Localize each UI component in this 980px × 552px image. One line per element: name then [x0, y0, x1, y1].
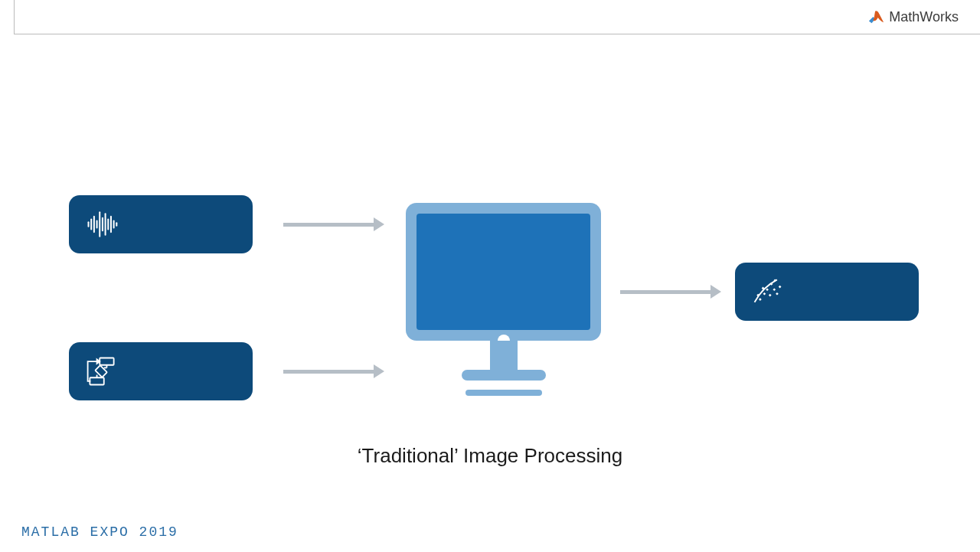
svg-rect-12 [90, 377, 103, 384]
scatter-plot-icon [749, 273, 787, 311]
arrow-algorithm-to-computer [283, 370, 375, 374]
monitor-base-shadow [466, 390, 542, 396]
monitor-frame [406, 203, 601, 341]
input-box-signal [69, 195, 253, 253]
brand-name: MathWorks [889, 9, 959, 25]
flowchart-icon [83, 352, 121, 390]
monitor-screen [416, 214, 590, 330]
diagram-caption: ‘Traditional’ Image Processing [358, 444, 622, 468]
input-box-algorithm [69, 342, 253, 400]
slide-border-left [14, 0, 15, 34]
waveform-icon [83, 205, 121, 243]
slide-border-top [14, 34, 980, 34]
arrow-signal-to-computer [283, 223, 375, 227]
svg-rect-11 [100, 358, 113, 365]
output-box-result [735, 263, 919, 321]
monitor-base [462, 370, 546, 381]
workflow-diagram [69, 195, 934, 410]
computer-icon [406, 203, 601, 394]
brand-logo-block: MathWorks [867, 9, 959, 25]
footer-event-label: MATLAB EXPO 2019 [21, 524, 178, 540]
arrow-computer-to-output [620, 290, 712, 294]
mathworks-logo-icon [867, 10, 884, 25]
monitor-neck [490, 341, 518, 370]
